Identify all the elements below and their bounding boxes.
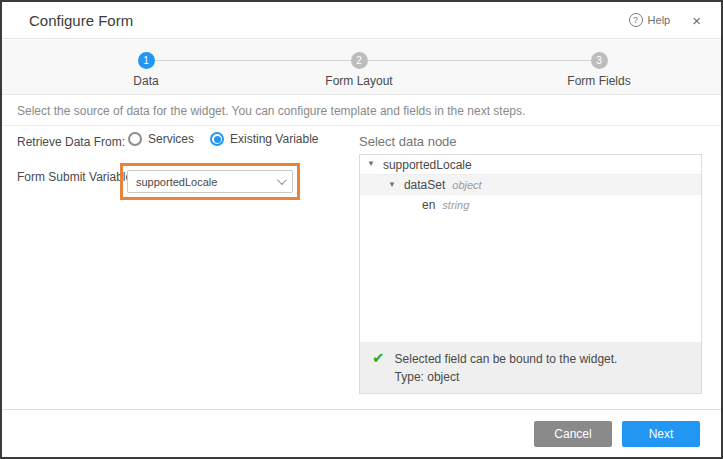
step-form-layout[interactable]: 2 Form Layout [299, 52, 419, 88]
step-form-fields[interactable]: 3 Form Fields [539, 52, 659, 88]
radio-services[interactable]: Services [128, 132, 194, 146]
tree-node-en[interactable]: en string [360, 195, 701, 215]
retrieve-data-from-label: Retrieve Data From: [17, 135, 125, 149]
cancel-button[interactable]: Cancel [534, 421, 612, 447]
step-1-circle: 1 [138, 52, 155, 69]
data-node-tree: ▼ supportedLocale ▼ dataSet object en st… [359, 154, 702, 394]
help-button[interactable]: ? Help [629, 13, 671, 27]
dialog-title: Configure Form [29, 12, 133, 29]
step-data[interactable]: 1 Data [86, 52, 206, 88]
step-3-circle: 3 [591, 52, 608, 69]
radio-services-icon [128, 132, 142, 146]
radio-existing-variable[interactable]: Existing Variable [210, 132, 319, 146]
validation-type: Type: object [395, 368, 618, 386]
tree-node-label: en [422, 198, 435, 212]
radio-existing-variable-label: Existing Variable [230, 132, 319, 146]
validation-message: Selected field can be bound to the widge… [395, 350, 618, 368]
highlight-annotation-box: supportedLocale [120, 163, 300, 200]
dialog-footer: Cancel Next [2, 409, 721, 457]
tree-node-label: dataSet [404, 178, 445, 192]
header-actions: ? Help × [629, 13, 701, 28]
caret-down-icon[interactable]: ▼ [367, 159, 375, 168]
tree-node-type: string [442, 199, 469, 211]
select-data-node-title: Select data node [359, 134, 457, 149]
configure-form-dialog: Configure Form ? Help × 1 Data 2 Form La… [0, 0, 723, 459]
validation-message-box: ✔ Selected field can be bound to the wid… [360, 342, 701, 393]
check-icon: ✔ [372, 350, 385, 393]
tree-empty-space [360, 215, 701, 342]
validation-text: Selected field can be bound to the widge… [395, 350, 618, 393]
next-button[interactable]: Next [622, 421, 700, 447]
help-label: Help [648, 14, 671, 26]
step-3-label: Form Fields [539, 74, 659, 88]
form-submit-variable-select[interactable]: supportedLocale [127, 170, 293, 193]
help-icon: ? [629, 13, 643, 27]
wizard-stepper: 1 Data 2 Form Layout 3 Form Fields [2, 40, 721, 95]
chevron-down-icon [277, 175, 287, 185]
tree-node-label: supportedLocale [383, 158, 472, 172]
dialog-description: Select the source of data for the widget… [2, 96, 721, 126]
tree-node-supportedlocale[interactable]: ▼ supportedLocale [360, 155, 701, 175]
dialog-header: Configure Form ? Help × [2, 2, 721, 39]
tree-node-type: object [452, 179, 481, 191]
form-submit-variable-label: Form Submit Variable: [17, 170, 135, 184]
retrieve-data-radio-group: Services Existing Variable [128, 132, 319, 146]
step-2-label: Form Layout [299, 74, 419, 88]
step-1-label: Data [86, 74, 206, 88]
tree-node-dataset[interactable]: ▼ dataSet object [360, 175, 701, 195]
radio-existing-variable-icon [210, 132, 224, 146]
form-submit-variable-value: supportedLocale [136, 176, 277, 188]
step-2-circle: 2 [351, 52, 368, 69]
caret-down-icon[interactable]: ▼ [388, 180, 396, 189]
radio-services-label: Services [148, 132, 194, 146]
close-icon[interactable]: × [692, 13, 701, 28]
